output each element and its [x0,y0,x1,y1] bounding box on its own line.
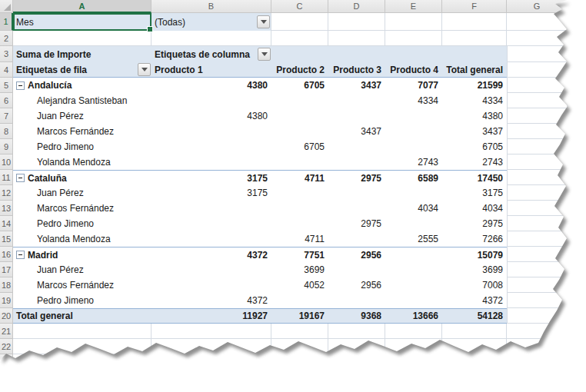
row-label-cell-pedro-jimeno-r14[interactable]: Pedro Jimeno [13,216,151,231]
cell-G18[interactable] [507,277,568,293]
column-header-cell-producto-2[interactable]: Producto 2 [271,62,328,78]
cell-D15[interactable] [328,231,385,247]
cell-D21[interactable] [328,324,385,339]
cell-E2[interactable] [385,31,442,46]
cell-B23[interactable] [151,354,271,370]
row-label-cell-marcos-fernandez-r13[interactable]: Marcos Fernández [13,201,151,216]
cell-C12[interactable] [271,185,328,201]
collapse-button-andalucia[interactable] [16,81,25,90]
row-label-cell-marcos-fernandez-r18[interactable]: Marcos Fernández [13,277,151,293]
cell-C17[interactable]: 3699 [271,262,328,277]
cell-G13[interactable] [507,201,568,216]
column-header-B[interactable]: B [151,0,271,13]
column-header-E[interactable]: E [385,0,442,13]
cell-F17[interactable]: 3699 [442,262,507,277]
column-header-cell-producto-3[interactable]: Producto 3 [328,62,385,78]
row-header-1[interactable]: 1 [0,13,13,31]
row-header-15[interactable]: 15 [0,231,13,247]
row-header-5[interactable]: 5 [0,78,13,93]
cell-A2[interactable] [13,31,151,46]
cell-E10[interactable]: 2743 [385,154,442,170]
cell-B8[interactable] [151,124,271,139]
cell-G15[interactable] [507,231,568,247]
row-header-6[interactable]: 6 [0,93,13,108]
cell-E12[interactable] [385,185,442,201]
cell-C20[interactable]: 19167 [271,308,328,324]
cell-E23[interactable] [385,354,442,370]
cell-B15[interactable] [151,231,271,247]
cell-C18[interactable]: 4052 [271,277,328,293]
filter-field-cell[interactable]: Mes [13,13,151,31]
cell-G21[interactable] [507,324,568,339]
cell-D12[interactable] [328,185,385,201]
row-header-3[interactable]: 3 [0,46,13,62]
cell-E1[interactable] [385,13,442,31]
column-header-D[interactable]: D [328,0,385,13]
cell-G6[interactable] [507,93,568,108]
row-label-cell-pedro-jimeno-r9[interactable]: Pedro Jimeno [13,139,151,154]
cell-G3[interactable] [507,46,568,62]
filter-value-cell[interactable]: (Todas) [151,13,271,31]
cell-C3[interactable] [271,46,328,62]
cell-E13[interactable]: 4034 [385,201,442,216]
cell-F9[interactable]: 6705 [442,139,507,154]
cell-B16[interactable]: 4372 [151,247,271,262]
cell-D5[interactable]: 3437 [328,78,385,93]
column-header-cell-total-general[interactable]: Total general [442,62,507,78]
pivot-column-labels-cell[interactable]: Etiquetas de columna [151,46,271,62]
cell-F12[interactable]: 3175 [442,185,507,201]
cell-A21[interactable] [13,324,151,339]
cell-B7[interactable]: 4380 [151,108,271,124]
row-label-cell-andalucia-r5[interactable]: Andalucía [13,78,151,93]
cell-B2[interactable] [151,31,271,46]
cell-E17[interactable] [385,262,442,277]
cell-F7[interactable]: 4380 [442,108,507,124]
cell-F20[interactable]: 54128 [442,308,507,324]
cell-E22[interactable] [385,339,442,354]
cell-E14[interactable] [385,216,442,231]
cell-F18[interactable]: 7008 [442,277,507,293]
cell-G19[interactable] [507,293,568,308]
cell-E19[interactable] [385,293,442,308]
cell-D20[interactable]: 9368 [328,308,385,324]
cell-B14[interactable] [151,216,271,231]
cell-G14[interactable] [507,216,568,231]
cell-D8[interactable]: 3437 [328,124,385,139]
cell-E8[interactable] [385,124,442,139]
cell-C6[interactable] [271,93,328,108]
cell-B9[interactable] [151,139,271,154]
cell-E18[interactable] [385,277,442,293]
cell-F2[interactable] [442,31,507,46]
row-header-7[interactable]: 7 [0,108,13,124]
row-header-19[interactable]: 19 [0,293,13,308]
row-header-17[interactable]: 17 [0,262,13,277]
row-header-10[interactable]: 10 [0,154,13,170]
collapse-button-cataluna[interactable] [16,174,25,182]
cell-E9[interactable] [385,139,442,154]
row-label-cell-yolanda-mendoza-r10[interactable]: Yolanda Mendoza [13,154,151,170]
cell-C15[interactable]: 4711 [271,231,328,247]
row-label-cell-juan-perez-r12[interactable]: Juan Pérez [13,185,151,201]
cell-B20[interactable]: 11927 [151,308,271,324]
cell-F23[interactable] [442,354,507,370]
row-label-cell-juan-perez-r7[interactable]: Juan Pérez [13,108,151,124]
cell-G8[interactable] [507,124,568,139]
row-labels-dropdown-button[interactable] [138,63,151,76]
row-header-2[interactable]: 2 [0,31,13,46]
cell-C10[interactable] [271,154,328,170]
row-label-cell-cataluna-r11[interactable]: Cataluña [13,170,151,185]
row-label-cell-alejandra-santisteban-r6[interactable]: Alejandra Santisteban [13,93,151,108]
cell-G16[interactable] [507,247,568,262]
cell-F11[interactable]: 17450 [442,170,507,185]
cell-D1[interactable] [328,13,385,31]
cell-D7[interactable] [328,108,385,124]
cell-E20[interactable]: 13666 [385,308,442,324]
cell-G2[interactable] [507,31,568,46]
cell-C21[interactable] [271,324,328,339]
cell-F5[interactable]: 21599 [442,78,507,93]
collapse-button-madrid[interactable] [16,251,25,259]
cell-F14[interactable]: 2975 [442,216,507,231]
row-header-16[interactable]: 16 [0,247,13,262]
cell-C1[interactable] [271,13,328,31]
cell-D3[interactable] [328,46,385,62]
